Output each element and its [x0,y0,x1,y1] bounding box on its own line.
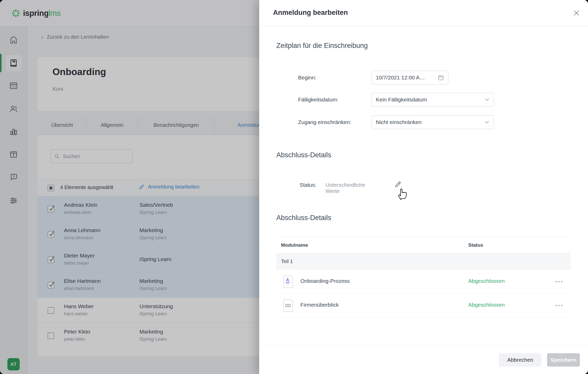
edit-enrollment-modal: Anmeldung bearbeiten Zeitplan für die Ei… [259,0,588,374]
document-course-icon: A [282,275,294,289]
due-date-value: Kein Fälligkeitsdatum [376,97,484,103]
access-select[interactable]: Nicht einschränken [372,115,494,129]
module-row-onboarding-prozess[interactable]: A Onboarding-Prozess Abgeschlossen [276,270,571,294]
schedule-heading: Zeitplan für die Einschreibung [276,42,368,50]
cancel-button[interactable]: Abbrechen [499,353,541,367]
row-menu-button[interactable] [553,277,565,286]
module-row-firmenueberblick[interactable]: Firmenüberblick Abgeschlossen [276,294,571,317]
close-icon [573,10,580,16]
table-group-row: Teil 1 [276,254,571,270]
edit-status-button[interactable] [394,180,402,189]
mouse-cursor-hand [397,187,409,202]
modal-title: Anmeldung bearbeiten [273,9,348,17]
access-value: Nicht einschränken [376,119,484,125]
svg-text:A: A [286,277,289,282]
col-modulname: Modulname [281,242,308,248]
pencil-icon [394,180,402,188]
begin-label: Beginn: [298,71,316,85]
group-label: Teil 1 [281,258,293,264]
begin-date-input[interactable]: 10/7/2021 12:00 A… [372,71,448,85]
modules-table: Modulname Status Teil 1 A O [276,237,571,317]
table-header: Modulname Status [276,237,571,254]
module-name: Firmenüberblick [300,302,339,308]
begin-row: Beginn: 10/7/2021 12:00 A… [259,71,588,85]
module-status: Abgeschlossen [468,278,505,284]
status-label: Status: [300,182,316,188]
row-menu-button[interactable] [553,301,565,309]
document-link-icon [282,299,294,313]
completion-heading: Abschluss-Details [276,151,331,159]
close-button[interactable] [573,9,580,17]
chevron-down-icon [484,120,489,124]
app-window: ispringlms [0,0,588,374]
col-status: Status [468,242,483,248]
status-value: Unterschiedliche Werte [325,182,365,194]
module-status: Abgeschlossen [468,302,505,308]
details-heading: Abschluss-Details [276,214,331,222]
due-date-label: Fälligkeitsdatum: [298,93,339,107]
access-label: Zugang einschränken: [298,115,351,129]
begin-date-value: 10/7/2021 12:00 A… [376,75,438,81]
calendar-icon [438,75,444,81]
modal-footer: Abbrechen Speichern [259,346,588,374]
modal-header: Anmeldung bearbeiten [259,0,588,26]
access-row: Zugang einschränken: Nicht einschränken [259,115,588,129]
due-date-row: Fälligkeitsdatum: Kein Fälligkeitsdatum [259,93,588,107]
save-button-disabled[interactable]: Speichern [547,353,580,367]
modal-body: Zeitplan für die Einschreibung Beginn: 1… [259,26,588,346]
chevron-down-icon [484,98,489,101]
due-date-select[interactable]: Kein Fälligkeitsdatum [372,93,494,107]
module-name: Onboarding-Prozess [300,278,350,284]
